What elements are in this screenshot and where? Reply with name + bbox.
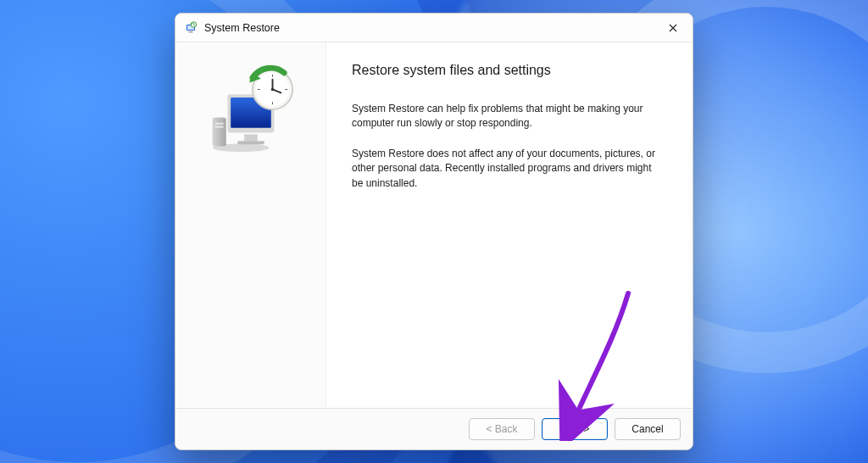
close-icon: [669, 24, 677, 32]
system-restore-graphic-icon: [201, 64, 301, 156]
close-button[interactable]: [654, 14, 693, 42]
description-paragraph-2: System Restore does not affect any of yo…: [352, 147, 665, 191]
svg-rect-8: [214, 126, 223, 128]
svg-rect-7: [214, 123, 223, 125]
next-button[interactable]: Next >: [542, 418, 608, 440]
system-restore-icon: [184, 21, 198, 35]
svg-rect-6: [212, 118, 225, 146]
page-heading: Restore system files and settings: [352, 63, 667, 78]
svg-rect-13: [237, 141, 264, 144]
titlebar[interactable]: System Restore: [175, 14, 693, 42]
wizard-footer: < Back Next > Cancel: [175, 408, 693, 449]
back-button: < Back: [469, 418, 535, 440]
wizard-graphic-pane: [175, 42, 326, 408]
window-title: System Restore: [204, 22, 280, 34]
svg-point-22: [270, 88, 274, 92]
svg-rect-2: [189, 31, 193, 32]
cancel-button[interactable]: Cancel: [615, 418, 681, 440]
svg-rect-12: [244, 134, 258, 141]
system-restore-window: System Restore: [175, 13, 693, 450]
description-paragraph-1: System Restore can help fix problems tha…: [352, 102, 665, 131]
wizard-content: Restore system files and settings System…: [326, 42, 693, 408]
